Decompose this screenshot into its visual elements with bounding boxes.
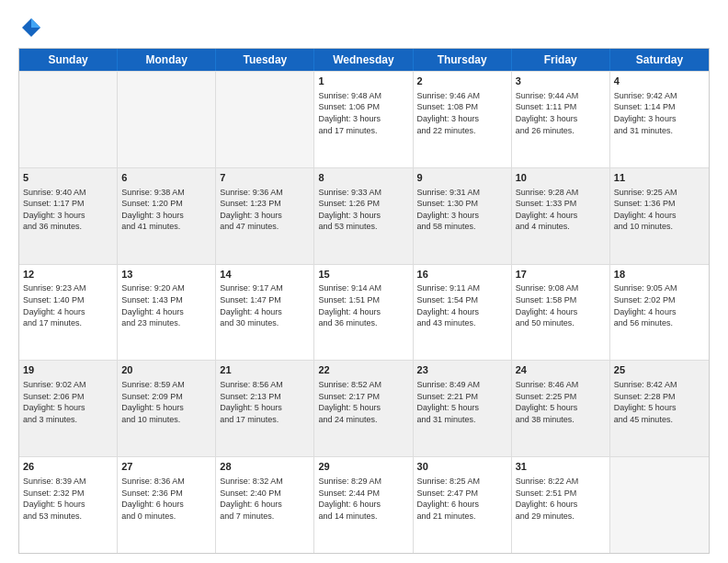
calendar: SundayMondayTuesdayWednesdayThursdayFrid…	[18, 48, 710, 554]
day-info: Sunrise: 8:59 AM Sunset: 2:09 PM Dayligh…	[121, 379, 211, 425]
day-number: 25	[614, 363, 705, 377]
day-number: 18	[614, 268, 705, 282]
day-cell-27: 27Sunrise: 8:36 AM Sunset: 2:36 PM Dayli…	[118, 457, 216, 553]
day-cell-25: 25Sunrise: 8:42 AM Sunset: 2:28 PM Dayli…	[610, 361, 709, 456]
day-info: Sunrise: 9:44 AM Sunset: 1:11 PM Dayligh…	[516, 90, 606, 136]
day-info: Sunrise: 9:05 AM Sunset: 2:02 PM Dayligh…	[614, 282, 705, 328]
day-header-friday: Friday	[512, 49, 610, 71]
day-info: Sunrise: 8:36 AM Sunset: 2:36 PM Dayligh…	[121, 476, 211, 522]
calendar-row: 26Sunrise: 8:39 AM Sunset: 2:32 PM Dayli…	[19, 456, 709, 553]
day-cell-26: 26Sunrise: 8:39 AM Sunset: 2:32 PM Dayli…	[19, 457, 118, 553]
day-cell-8: 8Sunrise: 9:33 AM Sunset: 1:26 PM Daylig…	[314, 168, 413, 264]
day-info: Sunrise: 9:48 AM Sunset: 1:06 PM Dayligh…	[318, 90, 408, 136]
day-number: 1	[318, 75, 408, 88]
day-header-monday: Monday	[118, 49, 216, 71]
logo-icon	[18, 15, 44, 40]
calendar-row: 19Sunrise: 9:02 AM Sunset: 2:06 PM Dayli…	[19, 360, 709, 456]
day-info: Sunrise: 9:40 AM Sunset: 1:17 PM Dayligh…	[23, 187, 113, 233]
day-info: Sunrise: 8:56 AM Sunset: 2:13 PM Dayligh…	[220, 379, 310, 425]
day-number: 15	[318, 268, 408, 282]
day-header-saturday: Saturday	[610, 49, 709, 71]
day-cell-24: 24Sunrise: 8:46 AM Sunset: 2:25 PM Dayli…	[512, 361, 610, 456]
day-number: 23	[417, 363, 507, 377]
day-number: 8	[318, 171, 408, 185]
day-number: 9	[417, 171, 507, 185]
empty-cell	[610, 457, 709, 553]
day-info: Sunrise: 9:23 AM Sunset: 1:40 PM Dayligh…	[23, 282, 113, 328]
day-number: 13	[121, 268, 211, 282]
day-info: Sunrise: 9:28 AM Sunset: 1:33 PM Dayligh…	[516, 187, 606, 233]
day-cell-14: 14Sunrise: 9:17 AM Sunset: 1:47 PM Dayli…	[216, 265, 314, 361]
day-cell-29: 29Sunrise: 8:29 AM Sunset: 2:44 PM Dayli…	[314, 457, 413, 553]
day-cell-11: 11Sunrise: 9:25 AM Sunset: 1:36 PM Dayli…	[610, 168, 709, 264]
day-number: 27	[121, 460, 211, 474]
calendar-row: 1Sunrise: 9:48 AM Sunset: 1:06 PM Daylig…	[19, 71, 709, 167]
day-number: 19	[23, 363, 113, 377]
day-info: Sunrise: 8:22 AM Sunset: 2:51 PM Dayligh…	[516, 476, 606, 522]
day-number: 11	[614, 171, 705, 185]
day-info: Sunrise: 9:36 AM Sunset: 1:23 PM Dayligh…	[220, 187, 310, 233]
day-number: 6	[121, 171, 211, 185]
day-info: Sunrise: 8:32 AM Sunset: 2:40 PM Dayligh…	[220, 476, 310, 522]
day-number: 26	[23, 460, 113, 474]
day-header-sunday: Sunday	[19, 49, 118, 71]
day-info: Sunrise: 9:33 AM Sunset: 1:26 PM Dayligh…	[318, 187, 408, 233]
empty-cell	[118, 72, 216, 167]
day-cell-4: 4Sunrise: 9:42 AM Sunset: 1:14 PM Daylig…	[610, 72, 709, 167]
day-cell-2: 2Sunrise: 9:46 AM Sunset: 1:08 PM Daylig…	[414, 72, 512, 167]
calendar-body: 1Sunrise: 9:48 AM Sunset: 1:06 PM Daylig…	[19, 71, 709, 553]
day-number: 3	[516, 75, 606, 88]
day-cell-9: 9Sunrise: 9:31 AM Sunset: 1:30 PM Daylig…	[414, 168, 512, 264]
day-info: Sunrise: 9:14 AM Sunset: 1:51 PM Dayligh…	[318, 282, 408, 328]
day-cell-18: 18Sunrise: 9:05 AM Sunset: 2:02 PM Dayli…	[610, 265, 709, 361]
day-cell-5: 5Sunrise: 9:40 AM Sunset: 1:17 PM Daylig…	[19, 168, 118, 264]
day-cell-3: 3Sunrise: 9:44 AM Sunset: 1:11 PM Daylig…	[512, 72, 610, 167]
day-info: Sunrise: 9:17 AM Sunset: 1:47 PM Dayligh…	[220, 282, 310, 328]
day-number: 22	[318, 363, 408, 377]
day-number: 7	[220, 171, 310, 185]
empty-cell	[216, 72, 314, 167]
day-info: Sunrise: 8:52 AM Sunset: 2:17 PM Dayligh…	[318, 379, 408, 425]
day-cell-28: 28Sunrise: 8:32 AM Sunset: 2:40 PM Dayli…	[216, 457, 314, 553]
day-info: Sunrise: 8:42 AM Sunset: 2:28 PM Dayligh…	[614, 379, 705, 425]
day-cell-13: 13Sunrise: 9:20 AM Sunset: 1:43 PM Dayli…	[118, 265, 216, 361]
day-header-tuesday: Tuesday	[216, 49, 314, 71]
calendar-row: 12Sunrise: 9:23 AM Sunset: 1:40 PM Dayli…	[19, 264, 709, 361]
day-number: 29	[318, 460, 408, 474]
day-cell-21: 21Sunrise: 8:56 AM Sunset: 2:13 PM Dayli…	[216, 361, 314, 456]
day-info: Sunrise: 9:46 AM Sunset: 1:08 PM Dayligh…	[417, 90, 507, 136]
day-cell-10: 10Sunrise: 9:28 AM Sunset: 1:33 PM Dayli…	[512, 168, 610, 264]
day-number: 12	[23, 268, 113, 282]
day-header-thursday: Thursday	[414, 49, 512, 71]
day-number: 4	[614, 75, 705, 88]
day-number: 30	[417, 460, 507, 474]
day-number: 17	[516, 268, 606, 282]
day-cell-19: 19Sunrise: 9:02 AM Sunset: 2:06 PM Dayli…	[19, 361, 118, 456]
day-cell-1: 1Sunrise: 9:48 AM Sunset: 1:06 PM Daylig…	[314, 72, 413, 167]
calendar-row: 5Sunrise: 9:40 AM Sunset: 1:17 PM Daylig…	[19, 167, 709, 264]
day-cell-7: 7Sunrise: 9:36 AM Sunset: 1:23 PM Daylig…	[216, 168, 314, 264]
day-info: Sunrise: 9:25 AM Sunset: 1:36 PM Dayligh…	[614, 187, 705, 233]
day-number: 2	[417, 75, 507, 88]
logo	[18, 15, 48, 40]
day-cell-6: 6Sunrise: 9:38 AM Sunset: 1:20 PM Daylig…	[118, 168, 216, 264]
day-number: 28	[220, 460, 310, 474]
day-number: 21	[220, 363, 310, 377]
day-cell-31: 31Sunrise: 8:22 AM Sunset: 2:51 PM Dayli…	[512, 457, 610, 553]
day-number: 10	[516, 171, 606, 185]
day-cell-16: 16Sunrise: 9:11 AM Sunset: 1:54 PM Dayli…	[414, 265, 512, 361]
day-number: 16	[417, 268, 507, 282]
day-cell-17: 17Sunrise: 9:08 AM Sunset: 1:58 PM Dayli…	[512, 265, 610, 361]
day-number: 5	[23, 171, 113, 185]
day-number: 31	[516, 460, 606, 474]
day-info: Sunrise: 8:49 AM Sunset: 2:21 PM Dayligh…	[417, 379, 507, 425]
empty-cell	[19, 72, 118, 167]
day-cell-22: 22Sunrise: 8:52 AM Sunset: 2:17 PM Dayli…	[314, 361, 413, 456]
day-info: Sunrise: 8:25 AM Sunset: 2:47 PM Dayligh…	[417, 476, 507, 522]
day-number: 14	[220, 268, 310, 282]
day-info: Sunrise: 9:31 AM Sunset: 1:30 PM Dayligh…	[417, 187, 507, 233]
day-cell-15: 15Sunrise: 9:14 AM Sunset: 1:51 PM Dayli…	[314, 265, 413, 361]
day-header-wednesday: Wednesday	[314, 49, 413, 71]
day-info: Sunrise: 9:38 AM Sunset: 1:20 PM Dayligh…	[121, 187, 211, 233]
day-info: Sunrise: 9:20 AM Sunset: 1:43 PM Dayligh…	[121, 282, 211, 328]
